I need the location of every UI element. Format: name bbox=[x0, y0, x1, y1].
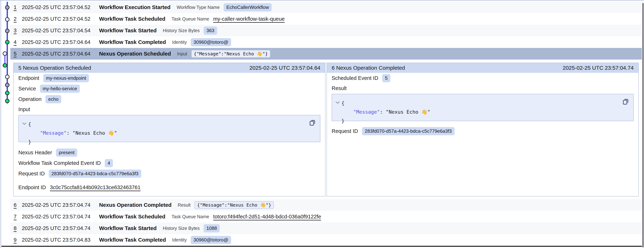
event-attribute-value-chip: 283fd070-d57a-4423-bdca-c5c779e6a3f3 bbox=[49, 170, 141, 178]
timeline-event-dot-10[interactable] bbox=[6, 99, 9, 103]
event-type-name: Workflow Execution Started bbox=[99, 4, 170, 10]
event-detail-panel-nexus-completed: 6 Nexus Operation Completed 2025-02-25 U… bbox=[326, 63, 639, 197]
detail-field: Nexus Headerpresent bbox=[18, 147, 320, 158]
event-timeline-graph bbox=[0, 0, 11, 109]
event-rows-bottom: 6 2025-02-25 UTC 23:57:04.74 Nexus Opera… bbox=[10, 199, 642, 246]
event-attribute-label: Input bbox=[177, 51, 187, 56]
event-attribute-value-chip: EchoCallerWorkflow bbox=[224, 3, 272, 11]
event-id-link[interactable]: 8 bbox=[14, 225, 22, 231]
timeline-event-dot-2[interactable] bbox=[6, 18, 9, 21]
event-attribute-value-link[interactable]: my-caller-workflow-task-queue bbox=[213, 16, 284, 22]
panel-header: 6 Nexus Operation Completed 2025-02-25 U… bbox=[327, 63, 638, 73]
copy-button[interactable] bbox=[622, 97, 630, 106]
event-timestamp: 2025-02-25 UTC 23:57:04.74 bbox=[22, 202, 99, 208]
event-id-link[interactable]: 5 bbox=[14, 51, 22, 57]
event-attribute-label: History Size Bytes bbox=[163, 226, 200, 231]
event-timestamp: 2025-02-25 UTC 23:57:04.74 bbox=[22, 225, 99, 231]
event-row[interactable]: 8 2025-02-25 UTC 23:57:04.74 Workflow Ta… bbox=[10, 223, 642, 234]
event-row[interactable]: 3 2025-02-25 UTC 23:57:04.54 Workflow Ta… bbox=[10, 25, 642, 36]
event-row[interactable]: 2 2025-02-25 UTC 23:57:04.52 Workflow Ta… bbox=[10, 13, 642, 25]
event-row[interactable]: 1 2025-02-25 UTC 23:57:04.52 Workflow Ex… bbox=[10, 1, 642, 13]
event-attribute-value: 30960@totoro@ bbox=[191, 236, 231, 244]
event-id-link[interactable]: 2 bbox=[14, 16, 22, 22]
panel-title: 6 Nexus Operation Completed bbox=[332, 65, 405, 71]
event-attribute-value: 1088 bbox=[204, 224, 220, 232]
payload-json: { "Message": "Nexus Echo 👋" } bbox=[19, 115, 320, 146]
event-type-name: Workflow Task Started bbox=[99, 225, 156, 231]
event-attribute-value-link[interactable]: totoro:f494fecf-2d51-4d48-bdcd-036a0f912… bbox=[213, 214, 321, 220]
collapse-chevron-icon[interactable] bbox=[335, 101, 340, 104]
event-id-link[interactable]: 1 bbox=[14, 4, 22, 10]
event-attribute-value: {"Message":"Nexus Echo 👋"} bbox=[191, 50, 270, 58]
event-attribute-value-chip: my-hello-service bbox=[40, 85, 80, 93]
event-attribute-value-chip: present bbox=[56, 149, 77, 157]
scrollbar-thumb[interactable] bbox=[642, 3, 644, 248]
event-attribute-label: Task Queue Name bbox=[172, 16, 209, 22]
event-row[interactable]: 4 2025-02-25 UTC 23:57:04.64 Workflow Ta… bbox=[10, 36, 642, 48]
event-attribute-value-chip: 1088 bbox=[204, 224, 220, 232]
scrollbar-track[interactable] bbox=[642, 0, 644, 248]
field-label: Input bbox=[18, 106, 30, 112]
timeline-event-dot-3[interactable] bbox=[6, 29, 9, 33]
event-type-name: Nexus Operation Scheduled bbox=[99, 51, 171, 57]
field-label: Endpoint ID bbox=[18, 185, 46, 191]
detail-field: Servicemy-hello-service bbox=[18, 83, 320, 94]
event-attribute-value: {"Message":"Nexus Echo 👋"} bbox=[194, 201, 274, 209]
timeline-event-dot-4[interactable] bbox=[6, 40, 9, 44]
event-type-name: Workflow Task Scheduled bbox=[99, 16, 165, 22]
event-attribute-value-chip: 30960@totoro@ bbox=[191, 38, 231, 46]
timeline-event-dot-9[interactable] bbox=[6, 91, 9, 95]
bottom-divider bbox=[2, 246, 642, 247]
event-id-link[interactable]: 3 bbox=[14, 27, 22, 33]
payload-code-block: { "Message": "Nexus Echo 👋" } bbox=[18, 115, 320, 142]
payload-json: { "Message": "Nexus Echo 👋" } bbox=[332, 94, 633, 125]
event-id-link[interactable]: 9 bbox=[14, 237, 22, 243]
field-label: Operation bbox=[18, 96, 42, 102]
event-attribute-value-chip: 363 bbox=[204, 26, 217, 35]
panel-timestamp: 2025-02-25 UTC 23:57:04.64 bbox=[250, 65, 320, 71]
timeline-event-dot-8[interactable] bbox=[6, 83, 9, 87]
event-row[interactable]: 6 2025-02-25 UTC 23:57:04.74 Nexus Opera… bbox=[10, 199, 642, 211]
panel-body: Scheduled Event ID5Result{ "Message": "N… bbox=[327, 73, 638, 196]
field-label: Result bbox=[332, 85, 346, 91]
event-attribute-label: Task Queue Name bbox=[172, 214, 209, 219]
copy-button[interactable] bbox=[308, 119, 316, 127]
event-attribute-value: totoro:f494fecf-2d51-4d48-bdcd-036a0f912… bbox=[213, 214, 321, 220]
detail-field: Endpointmy-nexus-endpoint bbox=[18, 73, 320, 83]
event-row[interactable]: 5 2025-02-25 UTC 23:57:04.64 Nexus Opera… bbox=[10, 48, 642, 59]
collapse-chevron-icon[interactable] bbox=[22, 122, 27, 125]
event-attribute-value-chip: echo bbox=[46, 95, 61, 103]
timeline-event-dot-5[interactable] bbox=[3, 52, 7, 55]
event-timestamp: 2025-02-25 UTC 23:57:04.74 bbox=[22, 214, 99, 220]
detail-field: Endpoint ID3c0c75ccfa8144b092c13ce632463… bbox=[18, 182, 320, 193]
panel-timestamp: 2025-02-25 UTC 23:57:04.74 bbox=[563, 65, 634, 71]
panel-body: Endpointmy-nexus-endpointServicemy-hello… bbox=[14, 73, 325, 196]
event-id-link[interactable]: 7 bbox=[14, 214, 22, 220]
payload-code-block: { "Message": "Nexus Echo 👋" } bbox=[332, 94, 634, 121]
timeline-event-dot-6[interactable] bbox=[3, 63, 7, 67]
event-id-link[interactable]: 4 bbox=[14, 39, 22, 45]
event-attribute-value-chip: 283fd070-d57a-4423-bdca-c5c779e6a3f3 bbox=[362, 127, 454, 135]
field-label: Request ID bbox=[332, 128, 358, 134]
event-attribute-value-chip: 4 bbox=[105, 159, 113, 167]
event-attribute-value: 363 bbox=[204, 26, 217, 35]
copy-icon bbox=[308, 119, 316, 127]
event-attribute-label: Identity bbox=[172, 39, 187, 45]
event-id-link[interactable]: 6 bbox=[14, 202, 22, 208]
event-attribute-value-link[interactable]: 3c0c75ccfa8144b092c13ce632463761 bbox=[50, 185, 140, 191]
timeline-event-dot-1[interactable] bbox=[6, 6, 9, 9]
event-type-name: Nexus Operation Completed bbox=[99, 202, 172, 208]
event-attribute-label: Workflow Type Name bbox=[177, 5, 220, 10]
window-top-border bbox=[0, 0, 644, 0]
field-label: Workflow Task Completed Event ID bbox=[18, 160, 101, 166]
event-attribute-value: EchoCallerWorkflow bbox=[224, 3, 272, 11]
event-attribute-value-chip: 5 bbox=[382, 74, 390, 82]
event-attribute-value: my-caller-workflow-task-queue bbox=[213, 16, 284, 22]
event-payload-chip: {"Message":"Nexus Echo 👋"} bbox=[191, 50, 270, 58]
event-timestamp: 2025-02-25 UTC 23:57:04.64 bbox=[22, 51, 99, 57]
event-attribute-label: Identity bbox=[172, 237, 187, 243]
event-row[interactable]: 9 2025-02-25 UTC 23:57:04.83 Workflow Ta… bbox=[10, 234, 642, 246]
timeline-event-dot-7[interactable] bbox=[6, 75, 9, 79]
event-row[interactable]: 7 2025-02-25 UTC 23:57:04.74 Workflow Ta… bbox=[10, 211, 642, 223]
field-label: Request ID bbox=[18, 171, 45, 177]
